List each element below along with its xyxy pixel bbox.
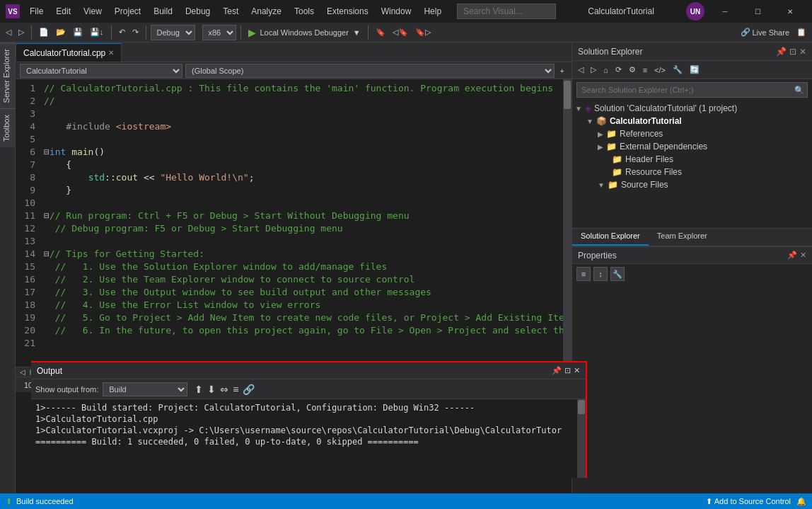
redo-button[interactable]: ↷ [129, 26, 141, 38]
menu-window[interactable]: Window [376, 5, 417, 18]
main-toolbar: ◁ ▷ 📄 📂 💾 💾↓ ↶ ↷ Debug x86 ▶ Local Windo… [0, 23, 812, 42]
se-pin-btn[interactable]: 📌 [776, 47, 787, 57]
menu-tools[interactable]: Tools [289, 5, 320, 18]
se-search-input[interactable] [577, 86, 791, 94]
menu-analyze[interactable]: Analyze [245, 5, 287, 18]
start-debug-button[interactable]: ▶ [245, 25, 259, 40]
se-code-btn[interactable]: </> [651, 64, 668, 76]
new-file-button[interactable]: 📄 [36, 26, 52, 38]
menu-debug[interactable]: Debug [180, 5, 216, 18]
output-title: Output [37, 366, 62, 376]
maximize-button[interactable]: ☐ [741, 0, 774, 23]
forward-button[interactable]: ▷ [16, 26, 27, 38]
undo-button[interactable]: ↶ [116, 26, 128, 38]
save-all-button[interactable]: 💾↓ [87, 26, 107, 38]
se-dock-btn[interactable]: ⊡ [789, 47, 796, 57]
tree-header-files[interactable]: 📁 Header Files [572, 153, 812, 166]
se-back-btn[interactable]: ◁ [575, 64, 586, 76]
prop-toolbar: ≡ ↕ 🔧 [572, 264, 812, 284]
tree-source-files[interactable]: ▼ 📁 Source Files [572, 178, 812, 191]
output-pin-button[interactable]: 📌 [552, 366, 562, 375]
save-button[interactable]: 💾 [70, 26, 86, 38]
properties-panel: Properties 📌 ✕ ≡ ↕ 🔧 [572, 246, 812, 493]
ext-deps-arrow: ▶ [598, 143, 603, 151]
menu-bar: File Edit View Project Build Debug Test … [24, 5, 447, 18]
prop-sort-btn[interactable]: ↕ [593, 267, 608, 281]
feedback-button[interactable]: 📋 [794, 26, 809, 38]
add-source-control-button[interactable]: ⬆ Add to Source Control [706, 497, 791, 506]
menu-view[interactable]: View [78, 5, 108, 18]
vertical-scrollbar[interactable] [563, 79, 572, 367]
se-filter-btn[interactable]: ≡ [640, 64, 650, 76]
output-wrap-btn[interactable]: ⬇ [207, 384, 216, 395]
bookmark-btn3[interactable]: 🔖▷ [412, 26, 434, 38]
output-settings-btn[interactable]: ≡ [233, 384, 238, 395]
close-button[interactable]: ✕ [774, 0, 806, 23]
output-line-4: ========== Build: 1 succeeded, 0 failed,… [35, 436, 581, 447]
bookmark-btn2[interactable]: ◁🔖 [390, 26, 411, 38]
code-editor[interactable]: 12345 678910 1112131415 1617181920 21 //… [16, 79, 572, 367]
se-refresh2-btn[interactable]: 🔄 [687, 64, 702, 76]
window-title: CalculatorTutorial [560, 6, 682, 16]
prop-settings-btn[interactable]: 🔧 [610, 267, 625, 281]
output-clear-btn[interactable]: ⬆ [195, 384, 203, 395]
sep5 [368, 25, 369, 40]
output-cursor-line [35, 447, 581, 459]
debugger-dropdown[interactable]: ▼ [350, 27, 364, 38]
se-home-btn[interactable]: ⌂ [601, 64, 611, 76]
menu-help[interactable]: Help [418, 5, 447, 18]
references-arrow: ▶ [598, 130, 603, 138]
se-refresh-btn[interactable]: ⟳ [613, 64, 625, 76]
open-button[interactable]: 📂 [53, 26, 69, 38]
server-explorer-tab[interactable]: Server Explorer [0, 42, 15, 108]
menu-build[interactable]: Build [148, 5, 178, 18]
platform-select[interactable]: x86 [202, 25, 236, 40]
build-config-select[interactable]: Debug [151, 25, 195, 40]
solution-arrow: ▼ [575, 105, 582, 113]
se-close-btn[interactable]: ✕ [799, 47, 806, 57]
se-settings-btn[interactable]: ⚙ [626, 64, 639, 76]
menu-extensions[interactable]: Extensions [321, 5, 374, 18]
status-build-icon: ⬆ [6, 497, 12, 506]
tree-solution[interactable]: ▼ ◈ Solution 'CalculatorTutorial' (1 pro… [572, 102, 812, 115]
expand-code-btn[interactable]: + [557, 65, 567, 76]
output-dock-button[interactable]: ⊡ [564, 366, 571, 375]
se-title: Solution Explorer [578, 47, 642, 57]
bookmark-btn1[interactable]: 🔖 [373, 26, 388, 38]
tree-references[interactable]: ▶ 📁 References [572, 127, 812, 140]
output-close-button[interactable]: ✕ [574, 366, 580, 375]
solution-icon: ◈ [585, 103, 591, 113]
menu-project[interactable]: Project [109, 5, 146, 18]
notification-icon[interactable]: 🔔 [796, 497, 806, 506]
output-extra-btn[interactable]: 🔗 [243, 384, 255, 395]
title-search-input[interactable] [457, 4, 556, 19]
scope-select[interactable]: (Global Scope) [185, 64, 555, 78]
team-explorer-tab[interactable]: Team Explorer [649, 229, 716, 246]
tab-close-icon[interactable]: ✕ [108, 49, 114, 57]
back-button[interactable]: ◁ [3, 26, 14, 38]
live-share-button[interactable]: 🔗 Live Share [738, 26, 792, 38]
file-context-select[interactable]: CalculatorTutorial [20, 64, 182, 78]
minimize-button[interactable]: ─ [709, 0, 741, 23]
prop-pin-btn[interactable]: 📌 [787, 251, 797, 260]
user-avatar[interactable]: UN [686, 2, 704, 21]
output-source-select[interactable]: Build [103, 382, 187, 396]
menu-file[interactable]: File [24, 5, 49, 18]
se-search-icon[interactable]: 🔍 [791, 86, 807, 95]
status-bar: ⬆ Build succeeded ⬆ Add to Source Contro… [0, 493, 812, 509]
menu-edit[interactable]: Edit [50, 5, 76, 18]
output-scrollbar[interactable] [577, 399, 586, 478]
tree-resource-files[interactable]: 📁 Resource Files [572, 166, 812, 178]
tree-external-deps[interactable]: ▶ 📁 External Dependencies [572, 140, 812, 153]
se-prop-btn[interactable]: 🔧 [670, 64, 685, 76]
tree-project[interactable]: ▼ 📦 CalculatorTutorial [572, 115, 812, 127]
se-forward-btn[interactable]: ▷ [588, 64, 599, 76]
prop-list-btn[interactable]: ≡ [576, 267, 591, 281]
solution-explorer-tab[interactable]: Solution Explorer [572, 229, 649, 246]
sep3 [146, 25, 146, 40]
output-find-btn[interactable]: ⇔ [220, 384, 228, 395]
menu-test[interactable]: Test [217, 5, 244, 18]
editor-tab-cpp[interactable]: CalculatorTutorial.cpp ✕ [16, 43, 122, 62]
prop-close-btn[interactable]: ✕ [800, 251, 806, 260]
toolbox-tab[interactable]: Toolbox [0, 108, 15, 147]
